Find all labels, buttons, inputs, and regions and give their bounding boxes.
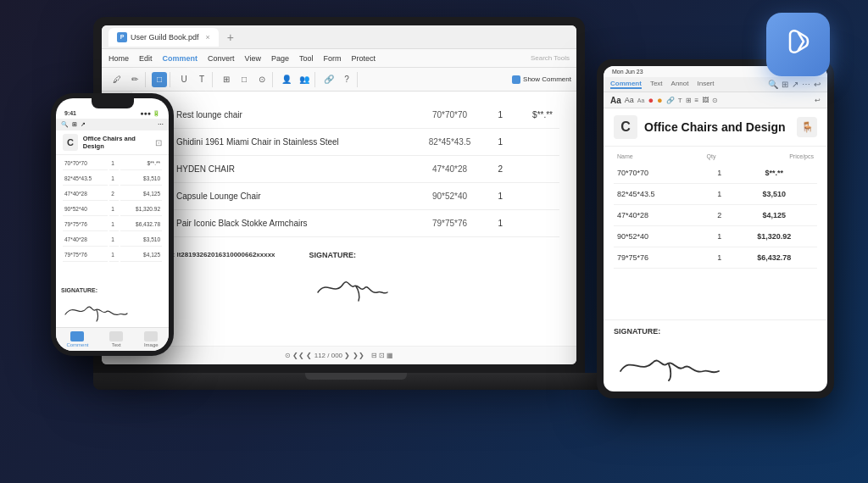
tablet-doc-icon: 🪑 — [797, 117, 817, 137]
toolbar-rect-btn[interactable]: □ — [236, 72, 252, 87]
tablet-toolbar: Comment Text Annot Insert 🔍 ⊞ ↗ ⋯ ↩ — [604, 77, 827, 92]
row-name: HYDEN CHAIR — [170, 156, 412, 183]
phone-battery: ●●● 🔋 — [140, 110, 160, 117]
show-comments-toggle[interactable]: Show Comment — [512, 75, 571, 84]
phone-table-row: 47*40*282$4,125 — [63, 187, 162, 201]
tb-aa-medium[interactable]: Aa — [625, 96, 634, 104]
tb-bullet-btn[interactable]: ≡ — [695, 97, 699, 104]
row-qty: 1 — [488, 183, 514, 210]
toolbar-pen-btn[interactable]: 🖊 — [109, 72, 125, 87]
tb-color1-icon[interactable]: ● — [657, 95, 663, 105]
phone-toolbar-icon4[interactable]: ⋯ — [158, 121, 164, 128]
laptop-menu-bar: Home Edit Comment Convert View Page Tool… — [102, 49, 576, 68]
row-price — [513, 129, 559, 156]
tb-highlight-icon[interactable]: ● — [648, 95, 654, 105]
phone-table-row: 79*75*761$6,432.78 — [63, 218, 162, 231]
tb-link-icon[interactable]: 🔗 — [666, 97, 675, 104]
tablet-search-icon[interactable]: 🔍 — [768, 80, 778, 89]
tab-text[interactable]: Text — [650, 80, 663, 89]
app-icon[interactable] — [766, 13, 830, 76]
menu-view[interactable]: View — [245, 54, 261, 63]
row-qty: 1 — [488, 102, 514, 129]
phone-bottom-image[interactable]: Image — [144, 331, 159, 347]
row-price: $**.** — [513, 102, 559, 129]
phone-bottom-comment[interactable]: Comment — [66, 331, 88, 347]
tb-text-btn[interactable]: T — [678, 97, 682, 104]
laptop-toolbar: 🖊 ✏ □ U T ⊞ □ ⊙ 👤 👥 — [102, 68, 576, 92]
tab-comment[interactable]: Comment — [610, 80, 642, 89]
page-indicator: ⊙ ❮❮ ❮ 112 / 000 ❯ ❯❯ — [285, 352, 364, 359]
phone-toolbar-icon2[interactable]: ⊞ — [72, 121, 77, 128]
tb-format-btn[interactable]: ⊞ — [686, 97, 692, 104]
menu-tool[interactable]: Tool — [299, 54, 314, 63]
row-qty: 1 — [488, 210, 514, 237]
pdf-tab[interactable]: P User Guild Book.pdf × — [108, 28, 219, 47]
toolbar-grid-btn[interactable]: ⊞ — [219, 72, 234, 87]
toolbar-underline-btn[interactable]: U — [176, 72, 192, 87]
toolbar-pencil-btn[interactable]: ✏ — [127, 72, 142, 87]
row-price — [513, 210, 559, 237]
toolbar-circle-btn[interactable]: ⊙ — [254, 72, 270, 87]
pdf-tab-icon: P — [117, 32, 127, 42]
tablet-table-row: 82*45*43.51$3,510 — [614, 184, 817, 205]
tb-aa-large[interactable]: Aa — [610, 96, 621, 105]
phone-signature-label: SIGNATURE: — [61, 287, 164, 293]
tb-image-btn[interactable]: 🖼 — [702, 97, 709, 104]
tablet-screen: Mon Jun 23 100% Comment Text Annot Inser… — [604, 66, 827, 391]
phone-table-row: 70*70*701$**.** — [63, 157, 162, 170]
row-qty: 1 — [488, 129, 514, 156]
menu-convert[interactable]: Convert — [208, 54, 235, 63]
show-comments-checkbox[interactable] — [512, 75, 520, 84]
row-name: Capsule Lounge Chair — [170, 183, 412, 210]
tb-tag-btn[interactable]: ⊙ — [712, 97, 718, 104]
tablet-table-row: 47*40*282$4,125 — [614, 205, 817, 226]
table-row: 1 Rest lounge chair 70*70*70 1 $**.** — [149, 102, 559, 129]
toolbar-text-btn[interactable]: T — [194, 72, 209, 87]
menu-form[interactable]: Form — [323, 54, 341, 63]
phone-header-btn[interactable]: ⊡ — [155, 138, 162, 147]
tb-undo-btn[interactable]: ↩ — [815, 97, 821, 104]
phone-bottom-toolbar: Comment Text Image — [56, 327, 169, 351]
tab-close-btn[interactable]: × — [206, 33, 210, 42]
tab-insert[interactable]: Insert — [697, 80, 714, 89]
iban-section: IBAN: lt28193262016310000662xxxxx — [156, 251, 275, 258]
laptop-base — [93, 373, 619, 390]
toolbar-user2-btn[interactable]: 👥 — [297, 72, 312, 87]
laptop-bottom-bar: ⊙ ❮❮ ❮ 112 / 000 ❯ ❯❯ ⊟ ⊡ ▦ — [102, 346, 576, 364]
toolbar-link-btn[interactable]: 🔗 — [321, 72, 337, 87]
phone-content: 70*70*701$**.** 82*45*43.51$3,510 47*40*… — [56, 155, 169, 284]
menu-edit[interactable]: Edit — [139, 54, 153, 63]
tb-aa-small[interactable]: Aa — [637, 97, 645, 103]
phone-toolbar-icon3[interactable]: ↗ — [81, 121, 86, 128]
image-icon — [144, 331, 158, 341]
menu-home[interactable]: Home — [108, 54, 129, 63]
menu-protect[interactable]: Protect — [351, 54, 376, 63]
tablet-table-row: 70*70*701$**.** — [614, 163, 817, 184]
tab-annot[interactable]: Annot — [671, 80, 689, 89]
phone-bottom-text[interactable]: Text — [109, 331, 123, 347]
tablet-table: 70*70*701$**.** 82*45*43.51$3,510 47*40*… — [614, 163, 817, 269]
toolbar-square-btn[interactable]: □ — [152, 72, 167, 87]
tablet-more-icon[interactable]: ⋯ — [802, 80, 810, 89]
tablet-time: Mon Jun 23 — [612, 69, 643, 75]
signature-label: SIGNATURE: — [309, 251, 394, 259]
image-label: Image — [144, 342, 159, 347]
tablet-grid-icon[interactable]: ⊞ — [782, 80, 788, 89]
tablet-share-icon[interactable]: ↗ — [792, 80, 798, 89]
menu-page[interactable]: Page — [271, 54, 289, 63]
tablet-back-icon[interactable]: ↩ — [814, 80, 821, 89]
menu-search[interactable]: Search Tools — [531, 54, 570, 62]
comment-label: Comment — [66, 342, 88, 347]
new-tab-btn[interactable]: + — [224, 31, 237, 44]
tablet-doc-title: Office Chairs and Design — [644, 120, 790, 134]
row-dims: 90*52*40 — [412, 183, 488, 210]
toolbar-user-btn[interactable]: 👤 — [279, 72, 294, 87]
phone-toolbar-icon1[interactable]: 🔍 — [61, 121, 69, 128]
toolbar-help-btn[interactable]: ? — [339, 72, 354, 87]
laptop-tab-bar: P User Guild Book.pdf × + — [102, 25, 576, 49]
phone-notch — [92, 98, 134, 108]
show-comments-label: Show Comment — [523, 75, 571, 83]
phone-doc-header: C Office Chairs and Design ⊡ — [56, 130, 169, 155]
phone-table-row: 47*40*281$3,510 — [63, 233, 162, 247]
menu-comment[interactable]: Comment — [163, 54, 198, 63]
